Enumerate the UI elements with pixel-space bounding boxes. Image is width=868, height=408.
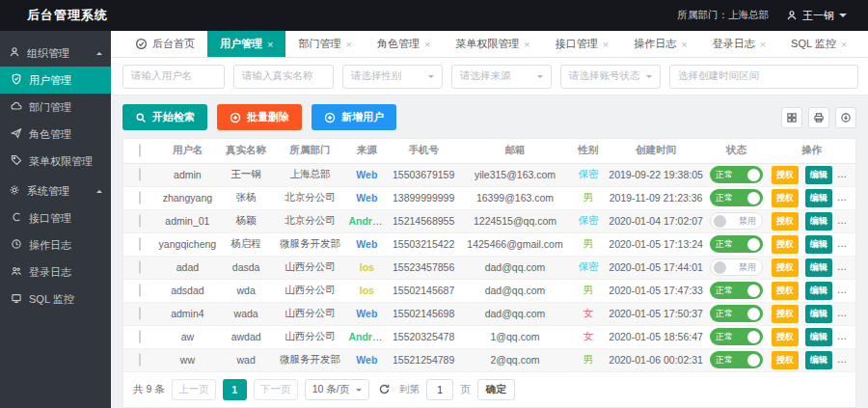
authorize-button[interactable]: 授权 bbox=[772, 305, 799, 323]
sidebar-item-operation-logs[interactable]: 操作日志 bbox=[0, 231, 111, 258]
page-number-button[interactable]: 1 bbox=[223, 379, 247, 400]
row-checkbox[interactable] bbox=[139, 330, 141, 343]
sidebar-item-menu-permissions[interactable]: 菜单权限管理 bbox=[0, 148, 111, 175]
cell-realname: wada bbox=[219, 302, 274, 325]
delete-button[interactable]: 删除 bbox=[839, 235, 855, 254]
batch-delete-button[interactable]: 批量删除 bbox=[217, 104, 302, 130]
cell-sex: 男 bbox=[583, 191, 594, 203]
edit-button[interactable]: 编辑 bbox=[805, 189, 832, 207]
sidebar-item-departments[interactable]: 部门管理 bbox=[0, 94, 111, 121]
tab-roles[interactable]: 角色管理 × bbox=[365, 31, 443, 57]
column-header: 操作 bbox=[768, 139, 855, 163]
realname-input[interactable]: 请输入真实名称 bbox=[233, 65, 334, 89]
tab-operation-logs[interactable]: 操作日志 × bbox=[621, 31, 699, 57]
edit-button[interactable]: 编辑 bbox=[805, 166, 832, 184]
authorize-button[interactable]: 授权 bbox=[772, 351, 799, 369]
status-toggle[interactable]: 禁用 bbox=[710, 258, 763, 276]
status-toggle[interactable]: 禁用 bbox=[710, 212, 763, 230]
tab-users[interactable]: 用户管理 × bbox=[207, 31, 285, 57]
close-icon[interactable]: × bbox=[603, 39, 609, 50]
tab-login-logs[interactable]: 登录日志 × bbox=[700, 31, 778, 57]
export-icon[interactable] bbox=[835, 107, 856, 128]
sidebar-group-organization[interactable]: 组织管理 bbox=[0, 40, 111, 67]
sidebar-item-roles[interactable]: 角色管理 bbox=[0, 121, 111, 148]
prev-page-button[interactable]: 上一页 bbox=[172, 379, 216, 400]
user-menu[interactable]: 王一钢 bbox=[786, 9, 847, 23]
row-checkbox[interactable] bbox=[139, 237, 141, 251]
account-status-select[interactable]: 请选择账号状态 bbox=[560, 65, 661, 89]
goto-page-input[interactable]: 1 bbox=[426, 379, 453, 400]
select-all-checkbox[interactable] bbox=[139, 144, 141, 157]
sidebar-item-api[interactable]: 接口管理 bbox=[0, 204, 111, 231]
sidebar-item-login-logs[interactable]: 登录日志 bbox=[0, 258, 111, 286]
status-toggle[interactable]: 正常 bbox=[710, 235, 763, 253]
status-toggle[interactable]: 正常 bbox=[710, 189, 763, 206]
close-icon[interactable]: × bbox=[760, 39, 766, 50]
row-checkbox[interactable] bbox=[139, 191, 141, 204]
delete-button[interactable]: 删除 bbox=[839, 258, 855, 277]
close-icon[interactable]: × bbox=[524, 39, 529, 50]
status-toggle[interactable]: 正常 bbox=[710, 328, 763, 345]
delete-button[interactable]: 删除 bbox=[839, 212, 855, 231]
edit-button[interactable]: 编辑 bbox=[805, 212, 832, 231]
tab-home[interactable]: 后台首页 bbox=[122, 31, 207, 57]
print-icon[interactable] bbox=[808, 107, 829, 128]
close-icon[interactable]: × bbox=[345, 39, 351, 50]
close-icon[interactable]: × bbox=[424, 39, 430, 50]
row-checkbox[interactable] bbox=[139, 168, 141, 181]
row-checkbox[interactable] bbox=[139, 284, 141, 297]
confirm-button[interactable]: 确定 bbox=[477, 379, 515, 400]
sidebar-item-users[interactable]: 用户管理 bbox=[0, 67, 111, 94]
row-checkbox[interactable] bbox=[139, 260, 141, 274]
authorize-button[interactable]: 授权 bbox=[772, 212, 799, 231]
delete-button[interactable]: 删除 bbox=[839, 328, 855, 346]
authorize-button[interactable]: 授权 bbox=[772, 328, 799, 346]
username-input[interactable]: 请输入用户名 bbox=[122, 65, 225, 89]
total-count: 共 9 条 bbox=[133, 383, 165, 396]
row-checkbox[interactable] bbox=[139, 307, 141, 320]
tab-api[interactable]: 接口管理 × bbox=[543, 31, 621, 57]
tab-menu-permissions[interactable]: 菜单权限管理 × bbox=[443, 31, 542, 57]
sex-select[interactable]: 请选择性别 bbox=[342, 65, 443, 89]
page-size-select[interactable]: 10 条/页 bbox=[305, 379, 370, 400]
close-icon[interactable]: × bbox=[841, 39, 847, 50]
row-checkbox[interactable] bbox=[139, 214, 141, 228]
tab-departments[interactable]: 部门管理 × bbox=[285, 31, 364, 57]
sidebar-item-sql-monitor[interactable]: SQL 监控 bbox=[0, 286, 111, 313]
next-page-button[interactable]: 下一页 bbox=[254, 379, 298, 400]
tab-sql-monitor[interactable]: SQL 监控 × bbox=[778, 31, 859, 57]
cell-source: Ios bbox=[360, 285, 374, 296]
columns-icon[interactable] bbox=[781, 107, 802, 128]
authorize-button[interactable]: 授权 bbox=[772, 189, 799, 207]
edit-button[interactable]: 编辑 bbox=[805, 305, 832, 323]
delete-button[interactable]: 删除 bbox=[839, 189, 855, 207]
delete-button[interactable]: 删除 bbox=[839, 282, 855, 300]
delete-button[interactable]: 删除 bbox=[839, 166, 855, 184]
edit-button[interactable]: 编辑 bbox=[805, 258, 832, 277]
refresh-icon[interactable] bbox=[378, 383, 391, 395]
authorize-button[interactable]: 授权 bbox=[772, 258, 799, 277]
edit-button[interactable]: 编辑 bbox=[805, 235, 832, 254]
edit-button[interactable]: 编辑 bbox=[805, 351, 832, 369]
edit-button[interactable]: 编辑 bbox=[805, 282, 832, 300]
status-toggle[interactable]: 正常 bbox=[710, 282, 763, 299]
row-checkbox[interactable] bbox=[139, 353, 141, 367]
table-header-row: 用户名真实名称所属部门来源手机号邮箱性别创建时间状态操作 bbox=[123, 139, 855, 163]
status-toggle[interactable]: 正常 bbox=[710, 166, 763, 183]
status-toggle[interactable]: 正常 bbox=[710, 305, 763, 322]
delete-button[interactable]: 删除 bbox=[839, 305, 855, 323]
search-button[interactable]: 开始检索 bbox=[122, 104, 207, 130]
close-icon[interactable]: × bbox=[267, 39, 273, 50]
sidebar-group-system[interactable]: 系统管理 bbox=[0, 177, 111, 204]
close-icon[interactable]: × bbox=[681, 39, 687, 50]
status-toggle[interactable]: 正常 bbox=[710, 351, 763, 368]
add-user-button[interactable]: 新增用户 bbox=[312, 104, 396, 130]
person-icon bbox=[786, 10, 798, 21]
authorize-button[interactable]: 授权 bbox=[772, 235, 799, 254]
edit-button[interactable]: 编辑 bbox=[805, 328, 832, 346]
delete-button[interactable]: 删除 bbox=[839, 351, 855, 369]
authorize-button[interactable]: 授权 bbox=[772, 166, 799, 184]
created-range-input[interactable]: 选择创建时间区间 bbox=[669, 65, 858, 89]
source-select[interactable]: 请选择来源 bbox=[451, 65, 552, 89]
authorize-button[interactable]: 授权 bbox=[772, 282, 799, 300]
